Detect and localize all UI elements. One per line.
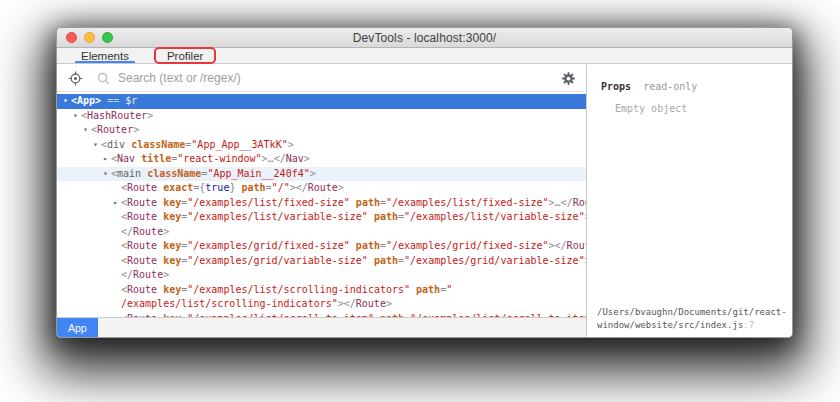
tree-row[interactable]: ▾<HashRouter> [57, 109, 586, 124]
tree-segment: Route [127, 182, 157, 193]
screenshot-stage: DevTools - localhost:3000/ Elements Prof… [0, 0, 840, 402]
tree-segment: title [141, 153, 171, 164]
chevron-down-icon[interactable]: ▾ [60, 94, 71, 109]
tree-segment: > [304, 153, 310, 164]
tree-segment: Nav [286, 153, 304, 164]
tree-row[interactable]: ▸<Nav title="react-window">…</Nav> [57, 152, 586, 167]
tree-segment: key [163, 197, 181, 208]
tree-segment: > [163, 226, 169, 237]
tree-segment: "App_App__3ATkK" [191, 139, 287, 150]
tab-elements-label: Elements [81, 50, 129, 62]
zoom-button[interactable] [102, 32, 113, 43]
traffic-lights [66, 32, 113, 43]
tree-segment: path [241, 182, 265, 193]
tree-segment: Route [127, 240, 157, 251]
tree-row[interactable]: </Route> [57, 268, 586, 283]
tree-segment: path [374, 255, 398, 266]
tree-segment: key [163, 284, 181, 295]
tree-segment: exact [163, 182, 193, 193]
tree-row[interactable]: ▾<main className="App_Main__240f4"> [57, 167, 586, 182]
tree-segment: key [163, 255, 181, 266]
tree-row[interactable]: ▾<App> == $r [57, 94, 586, 109]
tree-row[interactable]: <Route key="/examples/grid/variable-size… [57, 254, 586, 269]
tree-row[interactable]: </Route> [57, 225, 586, 240]
tree-segment: Route [127, 211, 157, 222]
tree-segment: "/examples/grid/fixed-size" [386, 240, 549, 251]
inspect-target-icon[interactable] [67, 70, 83, 86]
props-pane: Props read-only Empty object /Users/bvau… [587, 65, 792, 337]
tree-segment: true [205, 182, 229, 193]
close-button[interactable] [66, 32, 77, 43]
tree-segment: path [374, 211, 398, 222]
active-tab-underline [75, 61, 135, 63]
tree-segment: "/examples/list/scrolling-indicators" [187, 284, 410, 295]
chevron-right-icon[interactable]: ▸ [110, 196, 121, 211]
chevron-down-icon[interactable]: ▾ [100, 167, 111, 182]
source-path[interactable]: /Users/bvaughn/Documents/git/react-windo… [597, 306, 791, 332]
tree-segment: ></ [549, 240, 567, 251]
chevron-down-icon[interactable]: ▾ [80, 123, 91, 138]
tree-segment: > [163, 269, 169, 280]
tree-segment: path [416, 284, 440, 295]
search-input[interactable] [118, 71, 552, 85]
tree-segment: Route [573, 197, 586, 208]
tree-segment: className [147, 168, 201, 179]
window-title: DevTools - localhost:3000/ [353, 31, 496, 45]
tree-segment: "react-window" [177, 153, 261, 164]
tree-row[interactable]: <Route key="/examples/list/variable-size… [57, 210, 586, 225]
tree-segment: "/examples/list/fixed-size" [187, 197, 350, 208]
tree-segment: Nav [117, 153, 135, 164]
tree-segment: > [147, 110, 153, 121]
tree-segment: "App_Main__240f4" [207, 168, 309, 179]
tree-segment: ></ [338, 298, 356, 309]
tree-segment: Route [133, 269, 163, 280]
breadcrumb-item[interactable]: App [57, 318, 98, 337]
tree-segment: </ [121, 269, 133, 280]
tree-segment: Route [356, 298, 386, 309]
tree-segment: "/examples/grid/variable-size" [187, 255, 368, 266]
props-header: Props read-only [601, 81, 792, 92]
tree-segment: == [101, 95, 125, 106]
tree-segment: </ [561, 197, 573, 208]
minimize-button[interactable] [84, 32, 95, 43]
tree-segment: > [310, 168, 316, 179]
tree-segment: > [288, 139, 294, 150]
tree-segment: /examples/list/scrolling-indicators" [121, 298, 338, 309]
chevron-down-icon[interactable]: ▾ [70, 109, 81, 124]
tree-segment: path [356, 240, 380, 251]
tree-segment: > [133, 124, 139, 135]
tree-segment: HashRouter [87, 110, 147, 121]
chevron-right-icon[interactable]: ▸ [100, 152, 111, 167]
tree-segment: "/examples/list/variable-size" [404, 211, 585, 222]
tree-row[interactable]: ▸<Route key="/examples/list/fixed-size" … [57, 196, 586, 211]
tree-row[interactable]: /examples/list/scrolling-indicators"></R… [57, 297, 586, 312]
props-title: Props [601, 81, 631, 92]
gear-icon[interactable] [560, 70, 576, 86]
tree-segment: div [107, 139, 125, 150]
search-toolbar [57, 65, 584, 92]
tree-segment: > [338, 182, 344, 193]
tree-row[interactable]: <Route key="/examples/grid/fixed-size" p… [57, 239, 586, 254]
tree-row[interactable]: <Route key="/examples/list/scrolling-ind… [57, 283, 586, 298]
tree-segment: key [163, 211, 181, 222]
tree-row[interactable]: <Route exact={true} path="/"></Route> [57, 181, 586, 196]
chevron-down-icon[interactable]: ▾ [90, 138, 101, 153]
source-path-text: /Users/bvaughn/Documents/git/react-windo… [597, 307, 787, 330]
tab-elements[interactable]: Elements [73, 48, 137, 63]
tab-profiler[interactable]: Profiler [159, 48, 211, 63]
tree-segment: </ [274, 153, 286, 164]
devtools-window: DevTools - localhost:3000/ Elements Prof… [56, 27, 793, 338]
tree-segment: "/examples/grid/variable-size" [404, 255, 585, 266]
tree-row[interactable]: ▾<div className="App_App__3ATkK"> [57, 138, 586, 153]
tab-profiler-label: Profiler [167, 50, 203, 62]
tree-segment: main [117, 168, 141, 179]
element-tree: ▾<App> == $r▾<HashRouter>▾<Router>▾<div … [57, 94, 586, 317]
tree-segment: Route [133, 226, 163, 237]
breadcrumb: App [57, 317, 586, 337]
tree-row[interactable]: ▾<Router> [57, 123, 586, 138]
tree-segment: > [386, 298, 392, 309]
title-bar[interactable]: DevTools - localhost:3000/ [57, 28, 792, 48]
tree-segment: <App> [71, 95, 101, 106]
tree-segment: Router [97, 124, 133, 135]
tree-segment: Route [127, 255, 157, 266]
